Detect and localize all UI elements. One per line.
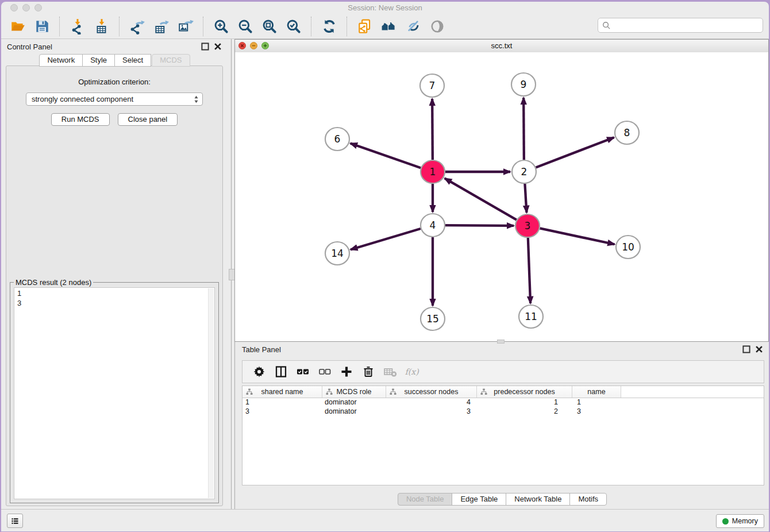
show-columns-icon[interactable] <box>273 364 289 380</box>
cell[interactable]: 3 <box>386 407 477 417</box>
zoom-in-icon[interactable] <box>213 18 230 35</box>
run-mcds-button[interactable]: Run MCDS <box>51 113 110 126</box>
graphics-details-icon[interactable] <box>405 18 422 35</box>
cell[interactable]: 2 <box>477 407 572 417</box>
graph-node-4[interactable]: 4 <box>421 214 445 237</box>
graph-node-15[interactable]: 15 <box>421 307 445 330</box>
cell[interactable]: 3 <box>572 407 621 417</box>
mcds-result-list[interactable]: 13 <box>14 287 215 499</box>
zoom-selected-icon[interactable] <box>285 18 302 35</box>
open-file-icon[interactable] <box>9 18 26 35</box>
graph-node-7[interactable]: 7 <box>420 74 444 97</box>
add-column-icon[interactable] <box>338 364 355 380</box>
task-history-button[interactable] <box>7 514 23 528</box>
graph-node-1[interactable]: 1 <box>421 160 445 183</box>
tab-edge-table[interactable]: Edge Table <box>452 493 506 506</box>
graph-node-10[interactable]: 10 <box>616 236 640 259</box>
column-header-name[interactable]: name <box>572 386 621 398</box>
network-view-window: scc.txt 7968124314101511 <box>234 39 769 342</box>
column-label: predecessor nodes <box>494 388 555 396</box>
tab-node-table[interactable]: Node Table <box>398 493 453 506</box>
tab-style[interactable]: Style <box>82 54 115 67</box>
cell[interactable]: 1 <box>477 398 572 407</box>
graph-edge-2-8[interactable] <box>536 137 614 167</box>
graph-node-9[interactable]: 9 <box>511 73 536 96</box>
float-panel-icon[interactable] <box>201 43 209 51</box>
graph-node-11[interactable]: 11 <box>519 305 543 328</box>
cell[interactable]: dominator <box>322 407 386 417</box>
network-canvas[interactable]: 7968124314101511 <box>235 52 768 341</box>
graph-node-3[interactable]: 3 <box>515 214 540 237</box>
tab-select[interactable]: Select <box>114 54 151 67</box>
select-all-icon[interactable] <box>295 364 311 380</box>
network-window-titlebar[interactable]: scc.txt <box>235 40 768 53</box>
show-hide-eye-icon[interactable] <box>429 18 446 35</box>
graph-edge-3-1[interactable] <box>445 178 517 219</box>
export-network-icon[interactable] <box>129 18 146 35</box>
horizontal-splitter-handle[interactable] <box>497 340 505 344</box>
control-panel-title: Control Panel <box>7 43 197 51</box>
criterion-select[interactable]: strongly connected component <box>26 92 203 106</box>
window-title: Session: New Session <box>1 3 769 12</box>
first-neighbors-icon[interactable] <box>380 18 398 35</box>
function-builder-icon[interactable]: f(x) <box>404 364 420 380</box>
graph-edge-4-3[interactable] <box>445 225 514 226</box>
column-header-successor-nodes[interactable]: successor nodes <box>386 386 477 398</box>
mcds-panel: Optimization criterion: strongly connect… <box>6 65 223 506</box>
app-window: Session: New Session Control Panel Netwo… <box>1 2 769 531</box>
memory-status-dot <box>722 518 729 525</box>
graph-node-8[interactable]: 8 <box>615 121 639 144</box>
save-session-icon[interactable] <box>33 18 51 35</box>
toolbar-separator <box>346 17 348 36</box>
graph-edge-1-7[interactable] <box>432 99 433 160</box>
tab-network-table[interactable]: Network Table <box>506 493 570 506</box>
copy-network-icon[interactable] <box>356 18 374 35</box>
graph-edge-2-9[interactable] <box>523 98 524 160</box>
close-panel-icon[interactable] <box>214 43 222 51</box>
graph-node-14[interactable]: 14 <box>325 242 349 265</box>
hierarchy-icon <box>480 388 487 395</box>
cell[interactable]: 1 <box>242 398 322 407</box>
graph-node-2[interactable]: 2 <box>512 160 536 183</box>
graph-edge-4-14[interactable] <box>351 229 421 250</box>
import-table-icon[interactable] <box>93 18 110 35</box>
close-panel-button[interactable]: Close panel <box>118 113 178 126</box>
import-network-icon[interactable] <box>69 18 86 35</box>
zoom-fit-icon[interactable] <box>261 18 278 35</box>
tab-motifs[interactable]: Motifs <box>569 493 607 506</box>
cell[interactable]: 4 <box>386 398 477 407</box>
delete-column-icon[interactable] <box>360 364 376 380</box>
vertical-splitter[interactable] <box>231 39 232 510</box>
column-header-MCDS-role[interactable]: MCDS role <box>322 386 386 398</box>
cell[interactable]: 3 <box>242 407 322 417</box>
refresh-view-icon[interactable] <box>321 18 338 35</box>
table-float-icon[interactable] <box>742 345 750 353</box>
tab-mcds[interactable]: MCDS <box>152 54 190 67</box>
graph-edge-2-3[interactable] <box>525 184 526 213</box>
column-header-shared-name[interactable]: shared name <box>242 386 322 398</box>
graph-edge-3-10[interactable] <box>540 228 615 244</box>
table-row[interactable]: 1dominator411 <box>242 398 764 407</box>
graph-edge-1-6[interactable] <box>351 143 421 168</box>
export-image-icon[interactable] <box>177 18 194 35</box>
column-header-predecessor-nodes[interactable]: predecessor nodes <box>477 386 572 398</box>
cell[interactable]: dominator <box>322 398 386 407</box>
toolbar-separator <box>311 17 312 36</box>
cell[interactable]: 1 <box>572 398 621 407</box>
graph-edge-3-11[interactable] <box>528 238 530 303</box>
zoom-out-icon[interactable] <box>237 18 254 35</box>
graph-node-6[interactable]: 6 <box>325 128 349 151</box>
memory-button[interactable]: Memory <box>716 514 764 528</box>
svg-text:f(x): f(x) <box>405 367 420 376</box>
export-table-icon[interactable] <box>153 18 170 35</box>
unselect-all-icon[interactable] <box>317 364 333 380</box>
table-header: shared nameMCDS rolesuccessor nodesprede… <box>242 386 764 398</box>
table-row[interactable]: 3dominator323 <box>242 407 764 417</box>
result-scrollbar[interactable] <box>208 288 214 498</box>
table-close-icon[interactable] <box>755 345 763 353</box>
search-box[interactable] <box>598 18 763 33</box>
delete-table-icon[interactable] <box>382 364 398 380</box>
search-input[interactable] <box>613 21 763 30</box>
tab-network[interactable]: Network <box>39 54 83 67</box>
settings-icon[interactable] <box>251 364 267 380</box>
